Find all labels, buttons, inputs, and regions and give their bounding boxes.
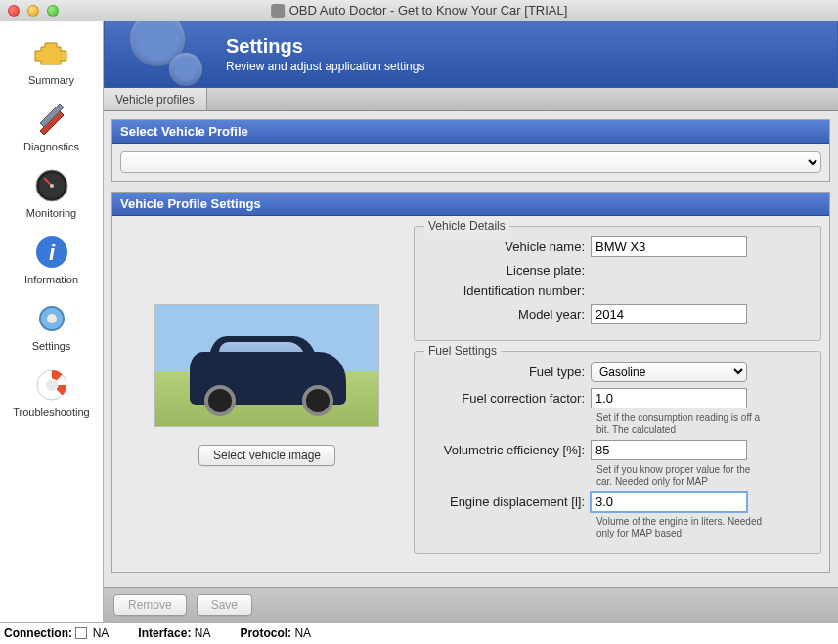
window-title-text: OBD Auto Doctor - Get to Know Your Car [… [289,3,568,18]
model-year-input[interactable] [591,304,747,324]
lifebuoy-icon [32,365,71,405]
volumetric-efficiency-label: Volumetric efficiency [%]: [424,443,591,457]
volumetric-efficiency-input[interactable] [591,440,747,460]
tab-row: Vehicle profiles [104,88,838,111]
fuel-correction-hint: Set if the consumption reading is off a … [596,412,763,436]
vehicle-profile-settings-group: Vehicle Profile Settings Select vehicle … [111,192,830,573]
page-title: Settings [226,35,424,58]
info-icon: i [32,233,71,272]
volumetric-efficiency-hint: Set if you know proper value for the car… [596,464,763,488]
status-bar: Connection: NA Interface: NA Protocol: N… [0,622,838,644]
svg-point-8 [46,379,58,391]
maximize-window-button[interactable] [47,5,59,17]
minimize-window-button[interactable] [27,5,39,17]
sidebar-item-monitoring[interactable]: Monitoring [0,160,103,227]
protocol-value: NA [294,626,311,640]
sidebar-item-label: Information [24,274,78,285]
sidebar: Summary Diagnostics Monitoring i Informa… [0,21,104,622]
traffic-lights [8,5,59,17]
select-vehicle-profile-group: Select Vehicle Profile [111,119,830,182]
sidebar-item-diagnostics[interactable]: Diagnostics [0,94,103,160]
fieldset-legend: Fuel Settings [424,344,501,358]
close-window-button[interactable] [8,5,20,17]
banner-gears-icon [118,21,226,88]
tab-label: Vehicle profiles [115,93,195,107]
vehicle-name-input[interactable] [591,236,747,257]
vehicle-details-fieldset: Vehicle Details Vehicle name: License pl… [414,226,821,341]
fuel-settings-fieldset: Fuel Settings Fuel type: Gasoline Fuel c… [414,351,821,554]
tools-icon [32,100,71,139]
vehicle-image [154,304,379,427]
engine-displacement-input[interactable] [591,492,747,512]
group-header: Select Vehicle Profile [112,120,829,144]
svg-point-6 [47,314,57,323]
sidebar-item-summary[interactable]: Summary [0,27,103,94]
license-plate-label: License plate: [424,263,591,278]
connection-checkbox[interactable] [75,627,87,639]
fuel-type-label: Fuel type: [424,365,591,379]
interface-label: Interface: [138,626,191,640]
vehicle-image-column: Select vehicle image [120,226,414,564]
sidebar-item-label: Summary [28,74,74,86]
vehicle-profile-select[interactable] [120,151,821,173]
connection-label: Connection: [4,626,72,640]
sidebar-item-settings[interactable]: Settings [0,293,103,360]
details-column: Vehicle Details Vehicle name: License pl… [414,226,821,564]
interface-value: NA [195,626,211,640]
tab-vehicle-profiles[interactable]: Vehicle profiles [104,88,207,110]
sidebar-item-information[interactable]: i Information [0,227,103,293]
gear-icon [32,299,71,338]
gauge-icon [32,166,71,205]
page-subtitle: Review and adjust application settings [226,60,424,73]
sidebar-item-label: Settings [32,340,71,352]
protocol-label: Protocol: [240,626,291,640]
app-icon [271,4,285,18]
window-title: OBD Auto Doctor - Get to Know Your Car [… [271,3,568,18]
svg-text:i: i [48,240,55,265]
select-vehicle-image-button[interactable]: Select vehicle image [198,445,335,466]
fuel-correction-label: Fuel correction factor: [424,391,591,406]
sidebar-item-label: Troubleshooting [13,407,89,418]
engine-displacement-hint: Volume of the engine in liters. Needed o… [596,516,763,539]
engine-displacement-label: Engine displacement [l]: [424,494,591,509]
fuel-correction-input[interactable] [591,388,747,408]
vin-label: Identification number: [424,283,591,298]
model-year-label: Model year: [424,307,591,322]
svg-point-2 [50,184,54,188]
group-header: Vehicle Profile Settings [112,193,829,216]
engine-icon [32,33,71,72]
bottom-button-bar: Remove Save [104,587,838,622]
remove-button[interactable]: Remove [113,594,187,616]
sidebar-item-troubleshooting[interactable]: Troubleshooting [0,360,103,426]
connection-value: NA [93,626,110,640]
vehicle-name-label: Vehicle name: [424,239,591,254]
fieldset-legend: Vehicle Details [424,219,509,233]
content-area: Settings Review and adjust application s… [104,21,838,622]
settings-banner: Settings Review and adjust application s… [104,21,838,88]
titlebar: OBD Auto Doctor - Get to Know Your Car [… [0,0,838,21]
sidebar-item-label: Monitoring [26,207,76,219]
save-button[interactable]: Save [197,594,252,616]
fuel-type-select[interactable]: Gasoline [591,362,747,382]
sidebar-item-label: Diagnostics [23,141,79,152]
